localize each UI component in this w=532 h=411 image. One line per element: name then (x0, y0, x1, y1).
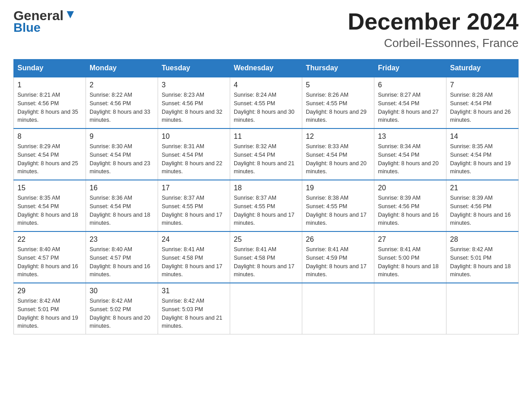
daylight-label: Daylight: 8 hours and 21 minutes. (234, 160, 295, 175)
sunrise-label: Sunrise: 8:41 AM (306, 246, 348, 253)
sunrise-label: Sunrise: 8:42 AM (90, 298, 132, 304)
logo-triangle-icon (65, 9, 75, 21)
calendar-day-cell: 19 Sunrise: 8:38 AM Sunset: 4:55 PM Dayl… (302, 180, 374, 231)
sunset-label: Sunset: 5:01 PM (450, 255, 491, 261)
sunset-label: Sunset: 4:57 PM (90, 255, 131, 261)
svg-marker-0 (67, 11, 74, 18)
day-number: 6 (378, 81, 442, 89)
daylight-label: Daylight: 8 hours and 16 minutes. (450, 212, 511, 227)
sunset-label: Sunset: 4:54 PM (450, 152, 491, 158)
day-number: 9 (90, 133, 154, 141)
daylight-label: Daylight: 8 hours and 29 minutes. (306, 109, 367, 124)
day-info: Sunrise: 8:31 AM Sunset: 4:54 PM Dayligh… (162, 142, 226, 176)
day-number: 1 (17, 81, 82, 89)
day-number: 8 (17, 133, 82, 141)
sunset-label: Sunset: 4:54 PM (17, 203, 59, 210)
daylight-label: Daylight: 8 hours and 17 minutes. (162, 263, 223, 278)
sunrise-label: Sunrise: 8:24 AM (234, 92, 276, 98)
day-info: Sunrise: 8:35 AM Sunset: 4:54 PM Dayligh… (17, 194, 82, 227)
sunset-label: Sunset: 4:54 PM (378, 152, 419, 158)
sunset-label: Sunset: 4:59 PM (306, 255, 347, 261)
calendar-day-cell: 18 Sunrise: 8:37 AM Sunset: 4:55 PM Dayl… (230, 180, 302, 231)
calendar-day-cell: 21 Sunrise: 8:39 AM Sunset: 4:56 PM Dayl… (446, 180, 519, 231)
daylight-label: Daylight: 8 hours and 30 minutes. (234, 109, 295, 124)
day-number: 27 (378, 235, 442, 244)
sunrise-label: Sunrise: 8:32 AM (234, 143, 276, 150)
sunset-label: Sunset: 4:55 PM (306, 203, 347, 210)
calendar-subtitle: Corbeil-Essonnes, France (348, 36, 519, 50)
day-info: Sunrise: 8:39 AM Sunset: 4:56 PM Dayligh… (378, 194, 442, 227)
header-wednesday: Wednesday (230, 60, 302, 77)
calendar-day-cell: 1 Sunrise: 8:21 AM Sunset: 4:56 PM Dayli… (14, 77, 86, 128)
day-number: 20 (378, 184, 442, 192)
calendar-day-cell: 10 Sunrise: 8:31 AM Sunset: 4:54 PM Dayl… (158, 128, 230, 180)
day-info: Sunrise: 8:33 AM Sunset: 4:54 PM Dayligh… (306, 142, 370, 176)
day-info: Sunrise: 8:23 AM Sunset: 4:56 PM Dayligh… (162, 91, 226, 124)
day-number: 29 (17, 287, 82, 295)
day-info: Sunrise: 8:37 AM Sunset: 4:55 PM Dayligh… (162, 194, 226, 227)
day-number: 10 (162, 133, 226, 141)
day-number: 16 (90, 184, 154, 192)
sunrise-label: Sunrise: 8:42 AM (17, 298, 60, 304)
sunrise-label: Sunrise: 8:37 AM (234, 195, 276, 201)
calendar-week-row: 29 Sunrise: 8:42 AM Sunset: 5:01 PM Dayl… (14, 283, 519, 334)
day-info: Sunrise: 8:27 AM Sunset: 4:54 PM Dayligh… (378, 91, 442, 124)
logo-blue-text: Blue (13, 21, 75, 34)
daylight-label: Daylight: 8 hours and 26 minutes. (450, 109, 511, 124)
day-info: Sunrise: 8:34 AM Sunset: 4:54 PM Dayligh… (378, 142, 442, 176)
daylight-label: Daylight: 8 hours and 18 minutes. (17, 212, 78, 227)
day-info: Sunrise: 8:40 AM Sunset: 4:57 PM Dayligh… (17, 245, 82, 279)
sunrise-label: Sunrise: 8:27 AM (378, 92, 420, 98)
sunset-label: Sunset: 4:57 PM (17, 255, 59, 261)
sunrise-label: Sunrise: 8:42 AM (450, 246, 493, 253)
header-saturday: Saturday (446, 60, 519, 77)
sunset-label: Sunset: 4:54 PM (90, 203, 131, 210)
calendar-day-cell: 12 Sunrise: 8:33 AM Sunset: 4:54 PM Dayl… (302, 128, 374, 180)
daylight-label: Daylight: 8 hours and 19 minutes. (17, 315, 78, 330)
sunset-label: Sunset: 4:55 PM (234, 203, 275, 210)
calendar-day-cell: 15 Sunrise: 8:35 AM Sunset: 4:54 PM Dayl… (14, 180, 86, 231)
calendar-week-row: 15 Sunrise: 8:35 AM Sunset: 4:54 PM Dayl… (14, 180, 519, 231)
day-number: 28 (450, 235, 515, 244)
day-number: 12 (306, 133, 370, 141)
sunrise-label: Sunrise: 8:35 AM (17, 195, 60, 201)
calendar-day-cell: 31 Sunrise: 8:42 AM Sunset: 5:03 PM Dayl… (158, 283, 230, 334)
sunset-label: Sunset: 4:54 PM (162, 152, 203, 158)
sunrise-label: Sunrise: 8:34 AM (378, 143, 420, 150)
sunset-label: Sunset: 4:54 PM (306, 152, 347, 158)
day-info: Sunrise: 8:37 AM Sunset: 4:55 PM Dayligh… (234, 194, 298, 227)
sunset-label: Sunset: 5:01 PM (17, 306, 59, 313)
sunrise-label: Sunrise: 8:37 AM (162, 195, 204, 201)
daylight-label: Daylight: 8 hours and 20 minutes. (306, 160, 367, 175)
daylight-label: Daylight: 8 hours and 18 minutes. (450, 263, 511, 278)
calendar-week-row: 8 Sunrise: 8:29 AM Sunset: 4:54 PM Dayli… (14, 128, 519, 180)
day-info: Sunrise: 8:41 AM Sunset: 4:58 PM Dayligh… (162, 245, 226, 279)
sunset-label: Sunset: 4:54 PM (450, 100, 491, 107)
day-number: 31 (162, 287, 226, 295)
sunrise-label: Sunrise: 8:21 AM (17, 92, 60, 98)
day-info: Sunrise: 8:42 AM Sunset: 5:01 PM Dayligh… (450, 245, 515, 279)
header-tuesday: Tuesday (158, 60, 230, 77)
calendar-table: SundayMondayTuesdayWednesdayThursdayFrid… (13, 59, 519, 334)
day-number: 17 (162, 184, 226, 192)
daylight-label: Daylight: 8 hours and 35 minutes. (17, 109, 78, 124)
calendar-day-cell: 3 Sunrise: 8:23 AM Sunset: 4:56 PM Dayli… (158, 77, 230, 128)
calendar-day-cell: 26 Sunrise: 8:41 AM Sunset: 4:59 PM Dayl… (302, 231, 374, 283)
day-number: 2 (90, 81, 154, 89)
sunrise-label: Sunrise: 8:33 AM (306, 143, 348, 150)
sunrise-label: Sunrise: 8:39 AM (450, 195, 493, 201)
sunrise-label: Sunrise: 8:39 AM (378, 195, 420, 201)
day-number: 19 (306, 184, 370, 192)
calendar-week-row: 22 Sunrise: 8:40 AM Sunset: 4:57 PM Dayl… (14, 231, 519, 283)
day-info: Sunrise: 8:42 AM Sunset: 5:03 PM Dayligh… (162, 297, 226, 330)
daylight-label: Daylight: 8 hours and 17 minutes. (234, 263, 295, 278)
daylight-label: Daylight: 8 hours and 20 minutes. (90, 315, 150, 330)
sunrise-label: Sunrise: 8:29 AM (17, 143, 60, 150)
day-info: Sunrise: 8:30 AM Sunset: 4:54 PM Dayligh… (90, 142, 154, 176)
daylight-label: Daylight: 8 hours and 25 minutes. (17, 160, 78, 175)
sunset-label: Sunset: 4:56 PM (450, 203, 491, 210)
sunrise-label: Sunrise: 8:41 AM (378, 246, 420, 253)
day-number: 13 (378, 133, 442, 141)
daylight-label: Daylight: 8 hours and 19 minutes. (450, 160, 511, 175)
sunset-label: Sunset: 4:54 PM (90, 152, 131, 158)
